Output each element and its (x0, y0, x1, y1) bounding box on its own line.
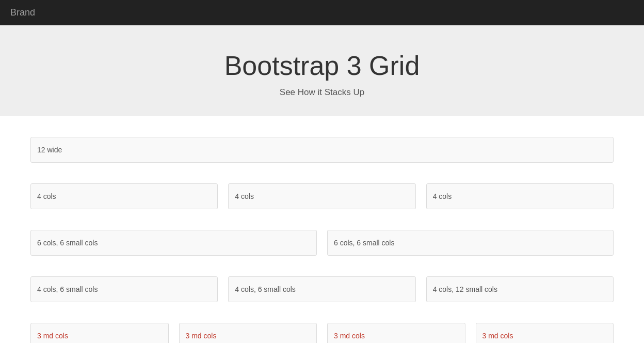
grid-box: 12 wide (30, 137, 614, 163)
grid-col: 4 cols, 6 small cols (223, 271, 421, 307)
grid-box: 6 cols, 6 small cols (30, 230, 317, 256)
grid-box: 6 cols, 6 small cols (327, 230, 614, 256)
grid-label: 3 md cols (37, 332, 68, 340)
grid-label: 4 cols, 6 small cols (37, 285, 98, 293)
grid-box: 4 cols, 6 small cols (228, 276, 415, 302)
navbar-brand[interactable]: Brand (10, 7, 35, 18)
grid-box: 4 cols, 6 small cols (30, 276, 218, 302)
grid-label: 12 wide (37, 146, 62, 154)
grid-box: 4 cols (228, 183, 415, 209)
grid-col: 3 md cols (25, 318, 174, 343)
grid-col: 3 md cols (322, 318, 471, 343)
grid-row-4: 4 cols, 6 small cols 4 cols, 6 small col… (25, 271, 619, 307)
grid-label: 4 cols (433, 192, 452, 200)
grid-row-3: 6 cols, 6 small cols 6 cols, 6 small col… (25, 225, 619, 261)
grid-col: 4 cols (421, 178, 619, 214)
grid-box: 3 md cols (30, 323, 169, 343)
grid-label: 4 cols, 6 small cols (235, 285, 295, 293)
hero-subtitle: See How it Stacks Up (10, 87, 634, 98)
grid-row-2: 4 cols 4 cols 4 cols (25, 178, 619, 214)
navbar: Brand (0, 0, 644, 25)
grid-label: 3 md cols (186, 332, 217, 340)
grid-row-1: 12 wide (25, 132, 619, 168)
grid-box: 3 md cols (179, 323, 317, 343)
grid-col: 12 wide (25, 132, 619, 168)
grid-box: 4 cols, 12 small cols (426, 276, 614, 302)
grid-col: 4 cols, 6 small cols (25, 271, 223, 307)
grid-label: 6 cols, 6 small cols (334, 239, 394, 247)
main-container: 12 wide 4 cols 4 cols 4 cols 6 cols, 6 s… (23, 132, 621, 343)
grid-col: 4 cols (223, 178, 421, 214)
grid-box: 4 cols (426, 183, 614, 209)
grid-col: 6 cols, 6 small cols (322, 225, 619, 261)
grid-col: 3 md cols (471, 318, 619, 343)
grid-col: 6 cols, 6 small cols (25, 225, 322, 261)
grid-label: 3 md cols (482, 332, 513, 340)
grid-label: 3 md cols (334, 332, 365, 340)
grid-label: 6 cols, 6 small cols (37, 239, 98, 247)
grid-box: 3 md cols (327, 323, 465, 343)
grid-col: 3 md cols (174, 318, 323, 343)
grid-box: 3 md cols (476, 323, 614, 343)
grid-col: 4 cols (25, 178, 223, 214)
jumbotron: Bootstrap 3 Grid See How it Stacks Up (0, 25, 644, 116)
grid-label: 4 cols, 12 small cols (433, 285, 497, 293)
grid-row-5: 3 md cols 3 md cols 3 md cols 3 md cols (25, 318, 619, 343)
hero-title: Bootstrap 3 Grid (10, 50, 634, 81)
grid-label: 4 cols (235, 192, 254, 200)
grid-col: 4 cols, 12 small cols (421, 271, 619, 307)
grid-label: 4 cols (37, 192, 56, 200)
grid-box: 4 cols (30, 183, 218, 209)
